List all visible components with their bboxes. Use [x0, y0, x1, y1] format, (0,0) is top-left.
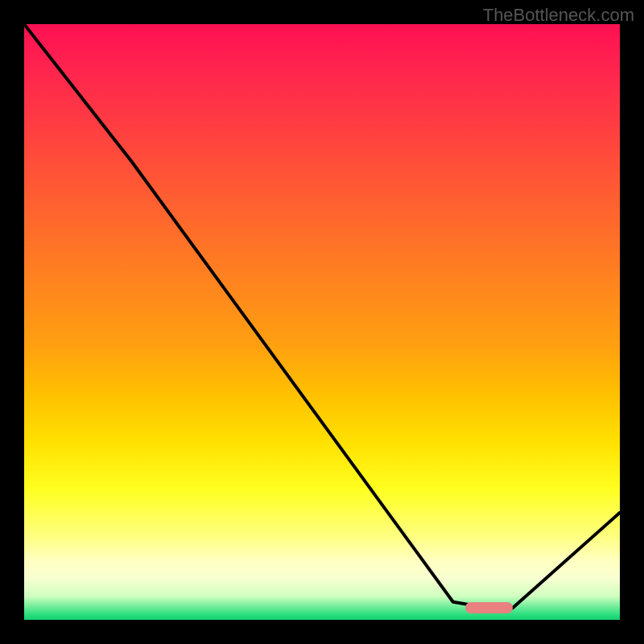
optimal-marker [465, 602, 513, 613]
chart-container: TheBottleneck.com [0, 0, 644, 644]
watermark-text: TheBottleneck.com [483, 5, 634, 26]
bottleneck-curve [24, 24, 620, 620]
plot-area [24, 24, 620, 620]
